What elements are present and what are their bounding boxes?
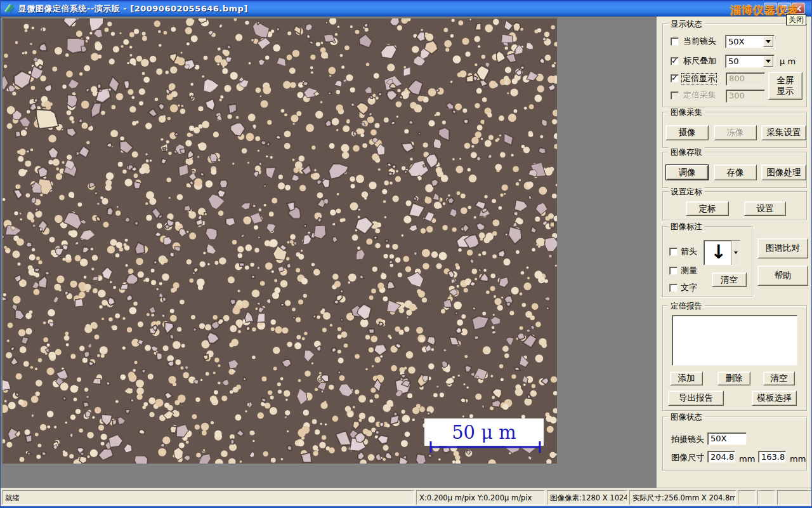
help-button[interactable]: 帮助 [757, 265, 808, 286]
fixed-display-checkbox[interactable] [671, 74, 679, 83]
fixed-display-label: 定倍显示 [681, 73, 717, 84]
load-image-button[interactable]: 调像 [665, 164, 709, 180]
group-report: 定倍报告 添加 删除 清空 导出报告 模板选择 [662, 305, 807, 411]
current-lens-label: 当前镜头 [683, 36, 716, 46]
status-pixel-scale: X:0.200μ m/pix Y:0.200μ m/pix [416, 490, 545, 505]
freeze-button: 冻像 [714, 125, 757, 140]
image-process-button[interactable]: 图像处理 [761, 164, 806, 180]
fixed-capture-label: 定倍采集 [683, 90, 716, 100]
group-title: 图像状态 [668, 412, 705, 422]
capture-button[interactable]: 摄像 [665, 125, 709, 140]
close-tooltip: 关闭 [786, 14, 806, 25]
arrow-checkbox[interactable] [669, 248, 678, 256]
report-delete-button[interactable]: 删除 [717, 371, 750, 385]
group-image-storage: 图像存取 调像 存像 图像处理 [662, 152, 807, 188]
restore-button[interactable] [778, 3, 791, 14]
micrograph-image [3, 18, 557, 464]
width-field[interactable]: 204.8 [707, 451, 735, 463]
height-field[interactable]: 163.8 [758, 451, 786, 463]
fixed-display-field: 800 [726, 72, 765, 86]
template-select-button[interactable]: 模板选择 [752, 391, 797, 406]
arrow-label: 箭头 [681, 246, 697, 257]
fixed-capture-field: 300 [726, 90, 765, 103]
calibrate-button[interactable]: 定标 [686, 201, 729, 216]
ruler-overlay-label: 标尺叠加 [683, 56, 716, 66]
atlas-compare-button[interactable]: 图谱比对 [757, 238, 808, 258]
status-empty-1 [738, 490, 756, 505]
measure-label: 测量 [681, 265, 697, 276]
title-bar: 显微图像定倍系统--演示版 - [20090602055646.bmp] 淄博仪… [1, 0, 812, 17]
unit-mm-label: mm [739, 454, 755, 464]
scale-bar-line [428, 441, 542, 453]
status-actual-size: 实际尺寸:256.0mm X 204.8mm [629, 490, 736, 505]
chevron-down-icon[interactable] [763, 56, 773, 67]
group-display-status: 显示状态 当前镜头 50X 标尺叠加 50 μ m 定倍显示 800 定倍采集 … [662, 23, 807, 107]
window-title: 显微图像定倍系统--演示版 - [20090602055646.bmp] [18, 3, 248, 15]
chevron-down-icon[interactable] [763, 36, 773, 47]
group-title: 显示状态 [668, 19, 705, 29]
group-calibration: 设置定标 定标 设置 [662, 191, 807, 220]
group-title: 设置定标 [668, 187, 705, 196]
text-checkbox[interactable] [669, 284, 678, 292]
group-title: 图像存取 [668, 147, 705, 157]
status-bar: 就绪 X:0.200μ m/pix Y:0.200μ m/pix 图像像素:12… [1, 488, 812, 506]
ruler-unit-label: μ m [780, 57, 796, 66]
export-report-button[interactable]: 导出报告 [668, 391, 724, 406]
current-lens-checkbox[interactable] [671, 37, 679, 46]
save-image-button[interactable]: 存像 [714, 164, 757, 180]
down-arrow-icon: ↓ [710, 239, 726, 265]
minimize-button[interactable] [764, 3, 777, 14]
close-button[interactable] [792, 3, 805, 14]
report-listbox[interactable] [672, 315, 797, 366]
size-label: 图像尺寸 [671, 453, 704, 463]
report-add-button[interactable]: 添加 [670, 371, 703, 385]
status-empty-3 [777, 490, 811, 505]
chevron-down-icon[interactable] [731, 241, 740, 265]
status-image-pixels: 图像像素:1280 X 1024 [547, 490, 627, 505]
group-image-status: 图像状态 拍摄镜头 50X 图像尺寸 204.8 mm 163.8 mm [662, 417, 807, 471]
lens-label: 拍摄镜头 [671, 434, 704, 444]
control-panel: 显示状态 当前镜头 50X 标尺叠加 50 μ m 定倍显示 800 定倍采集 … [657, 17, 812, 488]
status-empty-2 [757, 490, 775, 505]
capture-settings-button[interactable]: 采集设置 [761, 125, 806, 140]
group-annotation: 图像标注 箭头 ↓ 测量 清空 文字 [662, 226, 752, 297]
fullscreen-button[interactable]: 全屏 显示 [768, 72, 802, 100]
app-window: 显微图像定倍系统--演示版 - [20090602055646.bmp] 淄博仪… [0, 0, 812, 508]
arrow-style-combo[interactable]: ↓ [704, 240, 740, 265]
clear-annotation-button[interactable]: 清空 [712, 272, 747, 287]
group-title: 图像标注 [668, 222, 705, 231]
report-clear-button[interactable]: 清空 [763, 371, 795, 385]
lens-value-field[interactable]: 50X [707, 432, 747, 445]
fixed-capture-checkbox [671, 91, 679, 100]
settings-button[interactable]: 设置 [744, 201, 786, 216]
image-viewport: 50 μ m [1, 17, 657, 488]
status-ready: 就绪 [2, 490, 414, 505]
ruler-value-combo[interactable]: 50 [725, 55, 775, 68]
group-image-capture: 图像采集 摄像 冻像 采集设置 [662, 112, 807, 148]
group-title: 定倍报告 [668, 301, 705, 311]
current-lens-combo[interactable]: 50X [725, 35, 775, 48]
measure-checkbox[interactable] [669, 267, 678, 275]
group-title: 图像采集 [668, 107, 705, 117]
unit-mm-label: mm [790, 454, 806, 464]
app-icon [4, 3, 15, 13]
text-label: 文字 [681, 283, 697, 293]
ruler-overlay-checkbox[interactable] [671, 57, 679, 65]
